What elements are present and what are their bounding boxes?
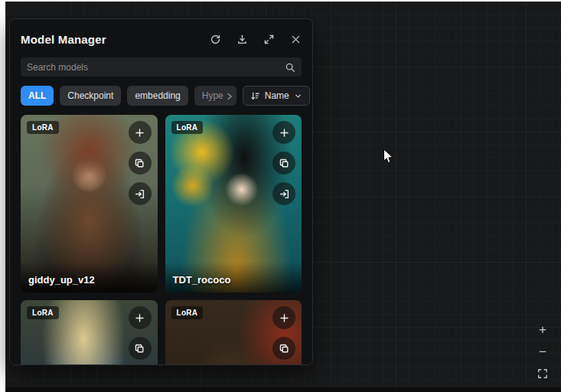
copy-icon[interactable] [272, 152, 295, 175]
canvas-zoom-controls: + − [535, 322, 550, 381]
model-type-badge: LoRA [27, 306, 59, 319]
panel-toolbar [209, 33, 302, 45]
zoom-in-button[interactable]: + [535, 322, 550, 337]
chevron-right-icon [226, 92, 233, 100]
card-actions [129, 121, 152, 205]
model-card[interactable]: LoRA [21, 300, 158, 364]
model-type-badge: LoRA [171, 306, 204, 319]
add-icon[interactable] [272, 306, 295, 329]
model-card-grid: LoRA giddy_up_v12 LoRA [21, 115, 302, 364]
close-icon[interactable] [289, 33, 302, 45]
fit-view-icon[interactable] [535, 366, 550, 381]
chevron-down-icon [294, 92, 302, 100]
model-card[interactable]: LoRA giddy_up_v12 [21, 115, 158, 292]
filter-chip-label: Hype [202, 90, 223, 101]
model-card[interactable]: LoRA TDT_rococo [165, 115, 302, 292]
add-icon[interactable] [129, 121, 152, 144]
canvas-bottom-strip [5, 387, 561, 392]
filter-row: ALL Checkpoint embedding Hype Name [21, 86, 302, 106]
model-card[interactable]: LoRA [165, 300, 302, 364]
copy-icon[interactable] [129, 152, 152, 175]
panel-header: Model Manager [21, 25, 302, 53]
search-box [21, 57, 302, 77]
add-icon[interactable] [272, 121, 295, 144]
filter-chip-hypernetwork[interactable]: Hype [194, 86, 236, 106]
refresh-icon[interactable] [209, 33, 221, 45]
search-input[interactable] [27, 62, 285, 73]
card-actions [272, 306, 295, 360]
card-actions [129, 306, 152, 360]
import-icon[interactable] [272, 182, 295, 205]
model-manager-panel: Model Manager [9, 18, 313, 365]
panel-title: Model Manager [21, 33, 106, 46]
model-name: TDT_rococo [165, 262, 302, 292]
download-icon[interactable] [236, 33, 248, 45]
sort-icon [250, 91, 260, 101]
screen: Model Manager [0, 0, 561, 392]
add-icon[interactable] [129, 306, 152, 329]
filter-chip-checkpoint[interactable]: Checkpoint [60, 86, 121, 106]
sort-label: Name [265, 90, 289, 101]
zoom-out-button[interactable]: − [535, 344, 550, 359]
search-icon[interactable] [285, 62, 295, 73]
import-icon[interactable] [129, 182, 152, 205]
card-actions [272, 121, 295, 205]
copy-icon[interactable] [129, 337, 152, 360]
model-type-badge: LoRA [171, 121, 204, 134]
filter-chip-embedding[interactable]: embedding [127, 86, 188, 106]
copy-icon[interactable] [272, 337, 295, 360]
model-name: giddy_up_v12 [21, 262, 158, 292]
expand-icon[interactable] [263, 33, 275, 45]
filter-chip-all[interactable]: ALL [21, 86, 54, 106]
sort-dropdown[interactable]: Name [243, 86, 310, 106]
model-type-badge: LoRA [27, 121, 59, 134]
